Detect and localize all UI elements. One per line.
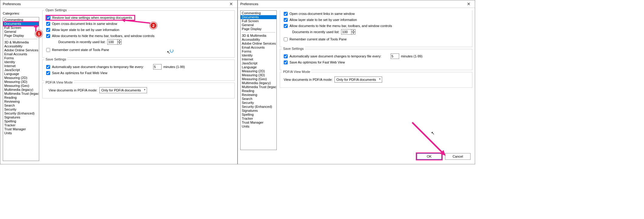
category-item-measuring-2d-[interactable]: Measuring (2D): [3, 76, 39, 80]
category-item-security[interactable]: Security: [3, 108, 39, 111]
category-item-internet[interactable]: Internet: [3, 64, 39, 68]
layer-checkbox[interactable]: [46, 28, 50, 32]
category-item-3d-multimedia[interactable]: 3D & Multimedia: [3, 40, 39, 44]
category-item-internet[interactable]: Internet: [241, 57, 276, 61]
remember-tools-checkbox[interactable]: [284, 37, 288, 41]
category-item-trust-manager[interactable]: Trust Manager: [3, 127, 39, 131]
category-item-documents[interactable]: Documents: [241, 15, 276, 19]
remember-tools-checkbox[interactable]: [46, 48, 50, 52]
category-item-reviewing[interactable]: Reviewing: [241, 93, 276, 97]
remember-tools-checkbox-row[interactable]: Remember current state of Tools Pane: [284, 37, 347, 41]
layer-checkbox-row[interactable]: Allow layer state to be set by user info…: [284, 18, 357, 22]
category-item-search[interactable]: Search: [3, 104, 39, 108]
categories-list[interactable]: CommentingDocumentsFull ScreenGeneralPag…: [3, 17, 39, 161]
category-item-tracker[interactable]: Tracker: [241, 117, 276, 121]
category-item-forms[interactable]: Forms: [3, 56, 39, 60]
category-item-page-display[interactable]: Page Display: [3, 34, 39, 38]
category-item-full-screen[interactable]: Full Screen: [3, 26, 39, 30]
layer-checkbox[interactable]: [284, 18, 288, 22]
restore-view-checkbox-row[interactable]: Restore last view settings when reopenin…: [46, 15, 135, 20]
category-item-units[interactable]: Units: [241, 125, 276, 128]
category-item-multimedia-trust-legacy-[interactable]: Multimedia Trust (legacy): [3, 92, 39, 96]
restore-view-checkbox[interactable]: [46, 16, 50, 20]
category-item-measuring-geo-[interactable]: Measuring (Geo): [241, 77, 276, 81]
category-item-commenting[interactable]: Commenting: [241, 11, 276, 15]
category-item-email-accounts[interactable]: Email Accounts: [241, 46, 276, 50]
category-item-multimedia-legacy-[interactable]: Multimedia (legacy): [3, 88, 39, 92]
autosave-checkbox[interactable]: [46, 65, 50, 69]
category-item-full-screen[interactable]: Full Screen: [241, 19, 276, 23]
category-item-reading[interactable]: Reading: [3, 96, 39, 100]
cancel-button[interactable]: Cancel: [445, 153, 471, 160]
crosslinks-checkbox[interactable]: [284, 12, 288, 16]
remember-tools-checkbox-row[interactable]: Remember current state of Tools Pane: [46, 48, 109, 52]
category-item-measuring-2d-[interactable]: Measuring (2D): [241, 69, 276, 73]
crosslinks-checkbox-row[interactable]: Open cross-document links in same window: [46, 22, 117, 26]
category-item-spelling[interactable]: Spelling: [241, 113, 276, 117]
category-item-measuring-3d-[interactable]: Measuring (3D): [3, 80, 39, 84]
category-item-forms[interactable]: Forms: [241, 50, 276, 53]
category-item-general[interactable]: General: [241, 23, 276, 27]
category-item-signatures[interactable]: Signatures: [3, 115, 39, 119]
hidemenu-checkbox-row[interactable]: Allow documents to hide the menu bar, to…: [284, 24, 392, 28]
spinner-up-icon[interactable]: ▲: [117, 39, 122, 42]
recent-docs-input[interactable]: [341, 29, 351, 35]
crosslinks-checkbox-row[interactable]: Open cross-document links in same window: [284, 12, 355, 16]
category-item-multimedia-legacy-[interactable]: Multimedia (legacy): [241, 81, 276, 85]
category-item-javascript[interactable]: JavaScript: [241, 61, 276, 65]
recent-docs-input[interactable]: [107, 39, 118, 45]
category-item-measuring-geo-[interactable]: Measuring (Geo): [3, 84, 39, 88]
hidemenu-checkbox-row[interactable]: Allow documents to hide the menu bar, to…: [46, 34, 155, 38]
layer-checkbox-row[interactable]: Allow layer state to be set by user info…: [46, 28, 119, 32]
spinner-down-icon[interactable]: ▼: [117, 42, 122, 45]
pdfa-select-wrap[interactable]: Only for PDF/A documents: [334, 77, 382, 83]
category-item-javascript[interactable]: JavaScript: [3, 68, 39, 72]
categories-list[interactable]: CommentingDocumentsFull ScreenGeneralPag…: [240, 10, 277, 150]
category-item-security-enhanced-[interactable]: Security (Enhanced): [241, 105, 276, 109]
autosave-minutes-input[interactable]: [391, 53, 399, 59]
recent-docs-spinner[interactable]: ▲▼: [107, 39, 122, 45]
fastweb-checkbox[interactable]: [46, 71, 50, 75]
category-item-signatures[interactable]: Signatures: [241, 109, 276, 113]
hidemenu-checkbox[interactable]: [284, 24, 288, 28]
pdfa-select-wrap[interactable]: Only for PDF/A documents: [99, 87, 147, 93]
category-item-measuring-3d-[interactable]: Measuring (3D): [241, 73, 276, 77]
pdfa-select[interactable]: Only for PDF/A documents: [99, 87, 147, 93]
category-item-reviewing[interactable]: Reviewing: [3, 100, 39, 104]
category-item-identity[interactable]: Identity: [3, 60, 39, 64]
autosave-checkbox-row[interactable]: Automatically save document changes to t…: [284, 54, 382, 58]
category-item-security-enhanced-[interactable]: Security (Enhanced): [3, 111, 39, 115]
category-item-spelling[interactable]: Spelling: [3, 119, 39, 123]
category-item-accessibility[interactable]: Accessibility: [3, 44, 39, 48]
category-item-page-display[interactable]: Page Display: [241, 27, 276, 31]
category-item-search[interactable]: Search: [241, 97, 276, 101]
category-item-commenting[interactable]: Commenting: [3, 18, 39, 22]
category-item-accessibility[interactable]: Accessibility: [241, 38, 276, 42]
autosave-checkbox-row[interactable]: Automatically save document changes to t…: [46, 65, 144, 69]
category-item-trust-manager[interactable]: Trust Manager: [241, 121, 276, 125]
fastweb-checkbox[interactable]: [284, 60, 288, 64]
category-item-units[interactable]: Units: [3, 131, 39, 135]
crosslinks-checkbox[interactable]: [46, 22, 50, 26]
ok-button[interactable]: OK: [416, 153, 442, 160]
spinner-down-icon[interactable]: ▼: [351, 32, 355, 35]
close-icon[interactable]: ✕: [225, 0, 237, 8]
category-item-reading[interactable]: Reading: [241, 89, 276, 93]
category-item-language[interactable]: Language: [3, 72, 39, 76]
autosave-checkbox[interactable]: [284, 54, 288, 58]
category-item-security[interactable]: Security: [241, 101, 276, 105]
category-item-tracker[interactable]: Tracker: [3, 123, 39, 127]
category-item-3d-multimedia[interactable]: 3D & Multimedia: [241, 34, 276, 38]
spinner-up-icon[interactable]: ▲: [351, 29, 355, 32]
category-item-language[interactable]: Language: [241, 65, 276, 69]
recent-docs-spinner[interactable]: ▲▼: [341, 29, 355, 35]
category-item-multimedia-trust-legacy-[interactable]: Multimedia Trust (legacy): [241, 85, 276, 89]
fastweb-checkbox-row[interactable]: Save As optimizes for Fast Web View: [46, 71, 107, 75]
pdfa-select[interactable]: Only for PDF/A documents: [334, 77, 382, 83]
category-item-identity[interactable]: Identity: [241, 53, 276, 57]
category-item-adobe-online-services[interactable]: Adobe Online Services: [241, 42, 276, 46]
close-icon[interactable]: ✕: [463, 0, 475, 8]
category-item-documents[interactable]: Documents: [3, 22, 39, 26]
hidemenu-checkbox[interactable]: [46, 34, 50, 38]
category-item-general[interactable]: General: [3, 30, 39, 34]
